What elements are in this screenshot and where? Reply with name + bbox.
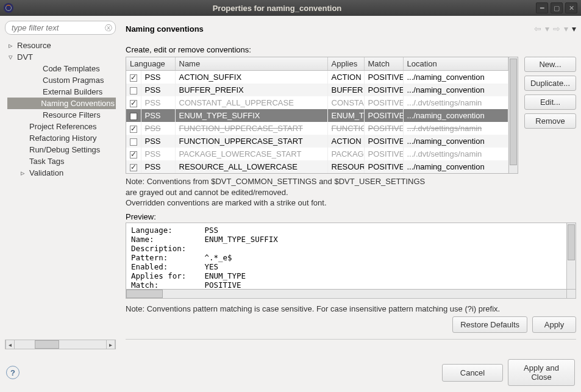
cell-location: .../naming_convention xyxy=(403,84,508,96)
table-vscroll[interactable] xyxy=(508,57,518,173)
cell-match: POSITIVE xyxy=(364,96,403,109)
cell-name: ENUM_TYPE_SUFFIX xyxy=(175,109,327,122)
close-button[interactable]: ✕ xyxy=(565,2,577,13)
row-checkbox[interactable] xyxy=(130,138,137,146)
cell-name: FUNCTION_UPPERCASE_START xyxy=(175,122,327,135)
cell-applies: RESOUR xyxy=(327,160,364,173)
col-applies[interactable]: Applies xyxy=(327,57,364,71)
tree-item[interactable]: Custom Pragmas xyxy=(7,74,116,86)
row-checkbox[interactable] xyxy=(130,74,137,82)
tree-item-label: Resource xyxy=(17,41,51,50)
filter-box: ⓧ xyxy=(5,21,116,35)
forward-menu-icon[interactable]: ▾ xyxy=(564,24,568,34)
scroll-thumb[interactable] xyxy=(568,224,575,260)
preview-box: Language: PSSName: ENUM_TYPE_SUFFIXDescr… xyxy=(126,223,576,290)
preview-text[interactable]: Language: PSSName: ENUM_TYPE_SUFFIXDescr… xyxy=(126,223,566,289)
note-grayed: Note: Conventions from $DVT_COMMON_SETTI… xyxy=(126,176,576,208)
nav-tree[interactable]: ▹Resource▿DVTCode TemplatesCustom Pragma… xyxy=(5,37,116,337)
duplicate-button[interactable]: Duplicate... xyxy=(524,76,576,91)
scroll-thumb[interactable] xyxy=(126,290,163,298)
cell-name: PACKAGE_LOWERCASE_START xyxy=(175,148,327,160)
col-name[interactable]: Name xyxy=(175,57,327,71)
table-row[interactable]: PSSBUFFER_PREFIXBUFFERPOSITIVE.../naming… xyxy=(126,84,508,96)
tree-item[interactable]: Code Templates xyxy=(7,63,116,74)
row-checkbox[interactable] xyxy=(130,100,137,107)
tree-item-label: Custom Pragmas xyxy=(43,76,104,85)
cell-applies: PACKAG xyxy=(327,148,364,160)
tree-item-label: Refactoring History xyxy=(29,134,97,143)
page-title: Naming conventions xyxy=(126,24,530,34)
tree-item[interactable]: Resource Filters xyxy=(7,109,116,121)
cell-name: RESOURCE_ALL_LOWERCASE xyxy=(175,160,327,173)
restore-defaults-button[interactable]: Restore Defaults xyxy=(452,316,527,333)
table-row[interactable]: PSSACTION_SUFFIXACTIONPOSITIVE.../naming… xyxy=(126,71,508,84)
back-menu-icon[interactable]: ▾ xyxy=(545,24,549,34)
clear-filter-icon[interactable]: ⓧ xyxy=(105,23,112,34)
cancel-button[interactable]: Cancel xyxy=(442,364,503,382)
tree-item[interactable]: Project References xyxy=(7,121,116,132)
cell-applies: ACTION xyxy=(327,71,364,84)
help-icon[interactable]: ? xyxy=(6,366,20,379)
main-panel: Naming conventions ⇦ ▾ ⇨ ▾ ▾ Create, edi… xyxy=(116,21,576,349)
tree-item-label: Run/Debug Settings xyxy=(29,145,100,154)
scroll-thumb[interactable] xyxy=(510,59,517,165)
maximize-button[interactable]: ▢ xyxy=(551,2,563,13)
cell-language: PSS xyxy=(141,122,175,135)
forward-icon[interactable]: ⇨ xyxy=(553,24,560,34)
tree-item[interactable]: Run/Debug Settings xyxy=(7,144,116,155)
edit-button[interactable]: Edit... xyxy=(524,94,576,110)
row-checkbox[interactable] xyxy=(130,113,137,120)
dialog-footer: ? Cancel Apply and Close xyxy=(0,354,581,392)
row-checkbox[interactable] xyxy=(130,87,137,94)
row-checkbox[interactable] xyxy=(130,151,137,159)
col-language[interactable]: Language xyxy=(126,57,175,71)
preview-hscroll[interactable] xyxy=(126,290,576,299)
scroll-left-icon[interactable]: ◂ xyxy=(5,340,15,349)
title-bar: Properties for naming_convention ━ ▢ ✕ xyxy=(0,0,581,16)
row-checkbox[interactable] xyxy=(130,164,137,171)
tree-item[interactable]: ▿DVT xyxy=(7,51,116,63)
cell-applies: BUFFER xyxy=(327,84,364,96)
table-row[interactable]: PSSFUNCTION_UPPERCASE_STARTFUNCTIOPOSITI… xyxy=(126,122,508,135)
scroll-thumb[interactable] xyxy=(35,340,59,349)
table-row[interactable]: PSSRESOURCE_ALL_LOWERCASERESOURPOSITIVE.… xyxy=(126,160,508,173)
tree-arrow-icon[interactable]: ▹ xyxy=(21,168,29,177)
sidebar: ⓧ ▹Resource▿DVTCode TemplatesCustom Prag… xyxy=(5,21,116,349)
cell-match: POSITIVE xyxy=(364,122,403,135)
apply-and-close-button[interactable]: Apply and Close xyxy=(508,359,575,386)
filter-input[interactable] xyxy=(5,21,116,35)
table-row[interactable]: PSSENUM_TYPE_SUFFIXENUM_TPOSITIVE.../nam… xyxy=(126,109,508,122)
sidebar-hscroll[interactable]: ◂ ▸ xyxy=(5,340,116,349)
cell-location: .../naming_convention xyxy=(403,135,508,148)
tree-item-label: Naming Conventions xyxy=(41,99,115,108)
tree-item[interactable]: Task Tags xyxy=(7,155,116,167)
tree-item[interactable]: External Builders xyxy=(7,86,116,98)
preview-vscroll[interactable] xyxy=(566,223,576,289)
conventions-table[interactable]: Language Name Applies Match Location PSS… xyxy=(126,57,508,173)
row-checkbox[interactable] xyxy=(130,126,137,133)
cell-match: POSITIVE xyxy=(364,135,403,148)
tree-item[interactable]: Naming Conventions xyxy=(7,98,116,109)
tree-item[interactable]: ▹Validation xyxy=(7,167,116,179)
minimize-button[interactable]: ━ xyxy=(536,2,548,13)
preview-label: Preview: xyxy=(126,212,576,221)
table-row[interactable]: PSSFUNCTION_UPPERCASE_STARTACTIONPOSITIV… xyxy=(126,135,508,148)
tree-arrow-icon[interactable]: ▿ xyxy=(9,52,17,62)
apply-button[interactable]: Apply xyxy=(532,316,576,333)
cell-language: PSS xyxy=(141,109,175,122)
tree-item[interactable]: Refactoring History xyxy=(7,132,116,144)
tree-item[interactable]: ▹Resource xyxy=(7,40,116,51)
tree-item-label: Resource Filters xyxy=(43,110,101,119)
table-row[interactable]: PSSCONSTANT_ALL_UPPERCASECONSTAPOSITIVE.… xyxy=(126,96,508,109)
table-row[interactable]: PSSPACKAGE_LOWERCASE_STARTPACKAGPOSITIVE… xyxy=(126,148,508,160)
tree-arrow-icon[interactable]: ▹ xyxy=(9,41,17,50)
col-location[interactable]: Location xyxy=(403,57,508,71)
new-button[interactable]: New... xyxy=(524,57,576,72)
cell-location: .../.dvt/settings/namin xyxy=(403,148,508,160)
cell-applies: FUNCTIO xyxy=(327,122,364,135)
scroll-right-icon[interactable]: ▸ xyxy=(106,340,115,349)
back-icon[interactable]: ⇦ xyxy=(534,24,541,34)
view-menu-icon[interactable]: ▾ xyxy=(572,24,576,34)
col-match[interactable]: Match xyxy=(364,57,403,71)
remove-button[interactable]: Remove xyxy=(524,113,576,129)
